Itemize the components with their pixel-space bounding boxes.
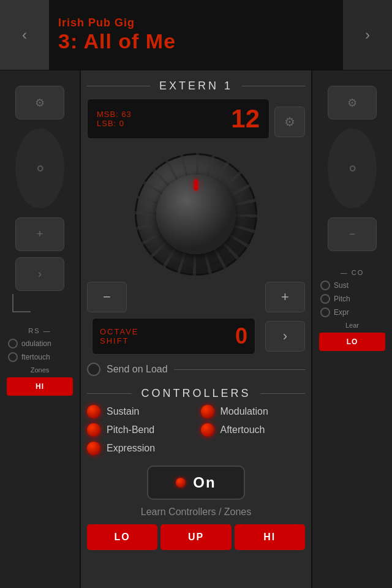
- knob-inner[interactable]: [156, 175, 236, 254]
- hi-button[interactable]: HI: [235, 524, 305, 550]
- right-ctrl-pitch: Pitch: [315, 292, 389, 306]
- knob-container[interactable]: [135, 153, 257, 276]
- left-label-modulation: odulation: [21, 339, 51, 348]
- extern-title: EXTERN 1: [159, 80, 233, 92]
- on-button-container: On: [87, 466, 305, 500]
- left-label-aftertouch: ftertouch: [21, 353, 50, 361]
- on-label: On: [193, 474, 216, 491]
- left-hi-btn[interactable]: HI: [7, 377, 73, 396]
- header-center: Irish Pub Gig 3: All of Me: [49, 0, 343, 69]
- lsb-value: LSB: 0: [97, 119, 132, 128]
- right-label-expr: Expr: [334, 308, 349, 317]
- right-lo-btn[interactable]: LO: [319, 333, 385, 351]
- gear-button[interactable]: ⚙: [274, 107, 305, 137]
- octave-display: OCTAVE Shift 0: [92, 318, 255, 355]
- ctrl-name-sustain: Sustain: [107, 406, 139, 417]
- left-chevron-btn[interactable]: ›: [15, 257, 64, 291]
- next-button[interactable]: ›: [343, 0, 392, 70]
- right-section-label: — CO: [341, 269, 364, 276]
- ctrl-name-aftertouch: Aftertouch: [221, 424, 265, 435]
- right-minus-btn[interactable]: −: [328, 217, 377, 251]
- left-bracket: [12, 294, 31, 312]
- right-gear-btn[interactable]: ⚙: [328, 86, 377, 119]
- right-led-pitch: [320, 294, 330, 304]
- octave-chevron-button[interactable]: ›: [265, 321, 305, 352]
- learn-label: Learn Controllers / Zones: [141, 507, 252, 518]
- controllers-title: CONTROLLERS: [141, 387, 251, 400]
- left-led-modulation: [8, 339, 18, 349]
- right-side-content: ⚙ ⚬ − — CO Sust Pitch Expr Lear LO: [312, 77, 392, 358]
- octave-value: 0: [235, 323, 247, 349]
- song-title: 3: All of Me: [58, 29, 334, 53]
- octave-label: OCTAVE Shift: [100, 327, 139, 345]
- value-display: MSB: 63 LSB: 0 12: [87, 99, 270, 139]
- center-panel: EXTERN 1 MSB: 63 LSB: 0 12 ⚙: [80, 70, 312, 588]
- msb-lsb: MSB: 63 LSB: 0: [97, 110, 132, 128]
- ctrl-item-expression: Expression: [87, 442, 192, 455]
- ctrl-led-modulation: [201, 405, 214, 418]
- ctrl-item-modulation: Modulation: [201, 405, 306, 418]
- minus-button[interactable]: −: [87, 282, 127, 312]
- on-led: [176, 478, 186, 488]
- octave-subtitle: Shift: [100, 336, 139, 345]
- prev-button[interactable]: ‹: [0, 0, 49, 70]
- main-value: 12: [231, 104, 260, 134]
- extern-label: EXTERN 1: [87, 80, 305, 92]
- left-ctrl-modulation: odulation: [3, 337, 77, 350]
- right-led-sust: [320, 281, 330, 290]
- left-led-aftertouch: [8, 352, 18, 362]
- left-side-content: ⚙ ⚬ + › RS — odulation ftertouch Zones H…: [0, 77, 80, 403]
- knob-outer[interactable]: [135, 153, 257, 276]
- main-area: ⚙ ⚬ + › RS — odulation ftertouch Zones H…: [0, 70, 392, 588]
- ctrl-name-expression: Expression: [107, 443, 155, 454]
- lo-button[interactable]: LO: [87, 524, 157, 550]
- send-on-load-row: Send on Load: [87, 363, 305, 376]
- right-ctrl-sust: Sust: [315, 279, 389, 292]
- ctrl-led-pitchbend: [87, 423, 100, 437]
- controllers-grid: Sustain Modulation Pitch-Bend Aftertouch…: [87, 405, 305, 455]
- left-ctrl-aftertouch: ftertouch: [3, 350, 77, 364]
- right-knob[interactable]: ⚬: [328, 129, 377, 208]
- ctrl-item-sustain: Sustain: [87, 405, 192, 418]
- song-category: Irish Pub Gig: [58, 17, 334, 29]
- controls-row: − +: [87, 282, 305, 312]
- ctrl-led-expression: [87, 442, 100, 455]
- knob-indicator: [194, 179, 198, 190]
- ctrl-led-aftertouch: [201, 423, 214, 437]
- octave-row: OCTAVE Shift 0 ›: [87, 318, 305, 355]
- send-on-load-line: [174, 369, 305, 370]
- ctrl-led-sustain: [87, 405, 100, 418]
- left-plus-btn[interactable]: +: [15, 217, 64, 251]
- on-button[interactable]: On: [147, 466, 245, 500]
- left-knob[interactable]: ⚬: [15, 129, 64, 208]
- octave-title: OCTAVE: [100, 327, 139, 336]
- left-side-panel: ⚙ ⚬ + › RS — odulation ftertouch Zones H…: [0, 70, 80, 588]
- controllers-label: CONTROLLERS: [87, 387, 305, 400]
- plus-button[interactable]: +: [265, 282, 305, 312]
- send-on-load-label: Send on Load: [107, 364, 168, 375]
- right-label-pitch: Pitch: [334, 295, 350, 303]
- header: ‹ Irish Pub Gig 3: All of Me ›: [0, 0, 392, 70]
- ctrl-item-aftertouch: Aftertouch: [201, 423, 306, 437]
- ctrl-name-pitchbend: Pitch-Bend: [107, 424, 154, 435]
- left-gear-btn[interactable]: ⚙: [15, 86, 64, 119]
- left-section-label: RS —: [28, 327, 51, 334]
- send-on-load-radio[interactable]: [87, 363, 100, 376]
- prev-icon: ‹: [22, 26, 27, 43]
- up-button[interactable]: UP: [160, 524, 231, 550]
- msb-value: MSB: 63: [97, 110, 132, 119]
- next-icon: ›: [365, 26, 370, 43]
- right-label-sust: Sust: [334, 281, 349, 290]
- right-ctrl-expr: Expr: [315, 306, 389, 319]
- right-side-panel: ⚙ ⚬ − — CO Sust Pitch Expr Lear LO: [312, 70, 392, 588]
- right-led-expr: [320, 307, 330, 317]
- ctrl-item-pitchbend: Pitch-Bend: [87, 423, 192, 437]
- ctrl-name-modulation: Modulation: [221, 406, 268, 417]
- bottom-buttons: LO UP HI: [87, 524, 305, 550]
